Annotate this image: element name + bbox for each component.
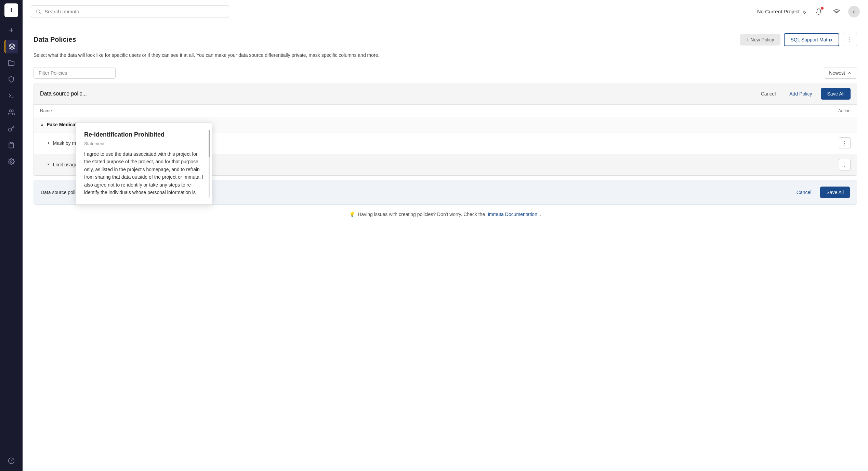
lightbulb-icon: 💡 bbox=[349, 212, 355, 217]
user-avatar[interactable]: c bbox=[848, 6, 860, 17]
table-header-actions: Cancel Add Policy Save All bbox=[756, 88, 851, 100]
chevron-updown-icon bbox=[802, 9, 807, 14]
main-container: No Current Project c Data Policies + New… bbox=[23, 0, 868, 471]
app-logo[interactable]: I bbox=[4, 3, 18, 17]
wifi-icon-button[interactable] bbox=[830, 5, 843, 18]
banner-cancel-button[interactable]: Cancel bbox=[792, 187, 816, 198]
column-headers: Name Action bbox=[34, 105, 857, 117]
sidebar-item-folder[interactable] bbox=[4, 56, 18, 70]
content-area: Data Policies + New Policy SQL Support M… bbox=[23, 23, 868, 471]
sidebar-item-key[interactable] bbox=[4, 122, 18, 136]
page-actions: + New Policy SQL Support Matrix ⋮ bbox=[740, 33, 857, 46]
page-title: Data Policies bbox=[34, 36, 76, 43]
table-header: Data source polic... Cancel Add Policy S… bbox=[34, 83, 857, 105]
tooltip-popup: Re-identification Prohibited Statement I… bbox=[76, 123, 212, 205]
bullet-icon: • bbox=[48, 140, 50, 146]
tooltip-subtitle: Statement bbox=[84, 141, 204, 146]
save-all-button-top[interactable]: Save All bbox=[821, 88, 851, 100]
svg-point-4 bbox=[9, 110, 12, 112]
project-selector[interactable]: No Current Project bbox=[757, 9, 807, 14]
add-policy-button[interactable]: Add Policy bbox=[785, 89, 817, 99]
filter-policies-input[interactable] bbox=[34, 67, 116, 79]
svg-rect-5 bbox=[10, 142, 13, 143]
sidebar-item-layers[interactable] bbox=[4, 40, 18, 53]
topbar-right: No Current Project c bbox=[757, 5, 860, 18]
tooltip-body: I agree to use the data associated with … bbox=[84, 150, 204, 196]
mask-policy-text: Mask by m bbox=[53, 140, 76, 146]
banner-save-all-button[interactable]: Save All bbox=[820, 187, 850, 198]
sidebar-item-terminal[interactable] bbox=[4, 89, 18, 103]
search-input[interactable] bbox=[44, 9, 224, 14]
sidebar-item-add[interactable] bbox=[4, 23, 18, 37]
tooltip-scrollbar[interactable] bbox=[209, 130, 210, 198]
sort-chevron-icon bbox=[847, 71, 852, 75]
policy-kebab-button-1[interactable]: ⋮ bbox=[839, 137, 851, 149]
svg-point-10 bbox=[37, 10, 40, 13]
sidebar-item-settings[interactable] bbox=[4, 155, 18, 168]
col-name-header: Name bbox=[40, 108, 823, 113]
sort-selector[interactable]: Newest bbox=[824, 67, 857, 79]
documentation-link[interactable]: Immuta Documentation bbox=[488, 212, 537, 217]
help-line: 💡 Having issues with creating policies? … bbox=[34, 212, 857, 217]
notification-dot bbox=[821, 7, 824, 10]
sidebar-item-clipboard[interactable] bbox=[4, 138, 18, 152]
more-options-button[interactable]: ⋮ bbox=[843, 33, 857, 46]
policy-kebab-button-2[interactable]: ⋮ bbox=[839, 159, 851, 170]
tooltip-scrollthumb bbox=[209, 130, 210, 157]
sidebar-item-help[interactable] bbox=[4, 454, 18, 468]
sort-label: Newest bbox=[829, 70, 845, 76]
new-policy-button[interactable]: + New Policy bbox=[740, 34, 780, 46]
bullet-icon-2: • bbox=[48, 162, 50, 168]
group-chevron-icon: ▲ bbox=[40, 122, 44, 127]
policy-item-action-1: ⋮ bbox=[823, 137, 851, 149]
sql-support-matrix-button[interactable]: SQL Support Matrix bbox=[784, 33, 839, 46]
help-text-after: . bbox=[540, 212, 541, 217]
cancel-button[interactable]: Cancel bbox=[756, 89, 781, 99]
topbar: No Current Project c bbox=[23, 0, 868, 23]
help-text-before: Having issues with creating policies? Do… bbox=[358, 212, 485, 217]
col-action-header: Action bbox=[823, 108, 851, 113]
policy-item-action-2: ⋮ bbox=[823, 159, 851, 170]
notification-button[interactable] bbox=[813, 5, 825, 18]
svg-line-11 bbox=[40, 12, 41, 13]
banner-actions: Cancel Save All bbox=[792, 187, 850, 198]
project-label: No Current Project bbox=[757, 9, 800, 14]
search-box[interactable] bbox=[31, 5, 229, 17]
table-header-text: Data source polic... bbox=[40, 91, 87, 97]
page-description: Select what the data will look like for … bbox=[34, 52, 857, 59]
page-header: Data Policies + New Policy SQL Support M… bbox=[34, 33, 857, 46]
svg-marker-2 bbox=[9, 44, 15, 47]
sidebar-item-users[interactable] bbox=[4, 105, 18, 119]
filter-row: Newest bbox=[34, 67, 857, 79]
tooltip-title: Re-identification Prohibited bbox=[84, 131, 204, 138]
search-icon bbox=[36, 9, 41, 14]
svg-point-6 bbox=[11, 161, 12, 163]
sidebar: I bbox=[0, 0, 23, 471]
signal-icon bbox=[833, 8, 840, 15]
sidebar-item-shield[interactable] bbox=[4, 73, 18, 86]
sidebar-bottom bbox=[4, 454, 18, 468]
